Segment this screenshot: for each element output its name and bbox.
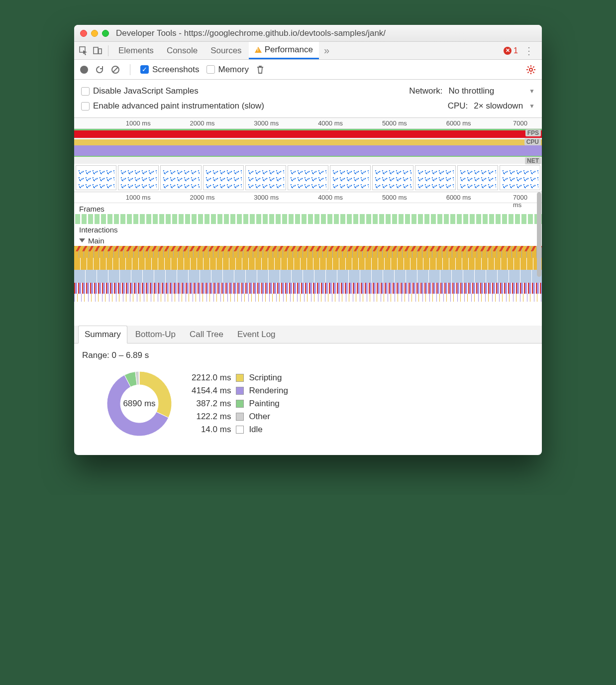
filmstrip-frame[interactable]	[500, 165, 540, 190]
track-label: Frames	[79, 205, 104, 213]
legend-value: 4154.4 ms	[192, 386, 231, 396]
record-button[interactable]	[80, 66, 88, 74]
error-icon: ✕	[504, 47, 512, 55]
tab-performance[interactable]: Performance	[249, 42, 319, 59]
error-count[interactable]: ✕ 1	[504, 46, 518, 55]
error-number: 1	[513, 46, 518, 55]
legend-label: Scripting	[249, 373, 288, 383]
legend-label: Idle	[249, 425, 288, 435]
legend-value: 14.0 ms	[192, 425, 231, 435]
ruler-tick: 6000 ms	[446, 119, 471, 127]
cpu-throttle-select[interactable]: 2× slowdown ▼	[474, 101, 535, 111]
filmstrip-frame[interactable]	[457, 165, 498, 190]
main-flamechart[interactable]	[74, 246, 542, 326]
network-label: Network:	[409, 86, 442, 96]
svg-line-4	[113, 67, 118, 72]
separator	[108, 45, 108, 56]
chevron-down-icon: ▼	[529, 88, 535, 95]
details-tab-event-log[interactable]: Event Log	[231, 326, 282, 343]
screenshots-checkbox[interactable]: Screenshots	[140, 65, 200, 75]
ruler-tick: 5000 ms	[382, 194, 407, 201]
checkbox-icon	[140, 65, 149, 74]
details-tab-call-tree[interactable]: Call Tree	[184, 326, 229, 343]
legend-value: 387.2 ms	[192, 399, 231, 409]
svg-line-10	[528, 66, 529, 67]
flamechart-pane[interactable]: 1000 ms2000 ms3000 ms4000 ms5000 ms6000 …	[74, 192, 542, 326]
trash-button[interactable]	[256, 65, 265, 75]
ruler-tick: 7000 ms	[513, 194, 532, 209]
scrollbar-thumb[interactable]	[537, 192, 541, 277]
more-tabs-icon[interactable]: »	[320, 45, 333, 56]
inspect-icon[interactable]	[77, 44, 90, 57]
details-tabstrip: SummaryBottom-UpCall TreeEvent Log	[74, 326, 542, 343]
svg-point-5	[529, 68, 532, 71]
fps-lane: FPS	[74, 129, 542, 138]
frames-track-header[interactable]: Frames	[74, 203, 542, 214]
ruler-tick: 1000 ms	[126, 194, 151, 201]
filmstrip-frame[interactable]	[160, 165, 201, 190]
svg-rect-1	[94, 47, 98, 54]
ruler-tick: 3000 ms	[254, 119, 279, 127]
memory-checkbox[interactable]: Memory	[206, 65, 249, 75]
title-bar: Developer Tools - https://googlechrome.g…	[74, 25, 542, 42]
clear-button[interactable]	[111, 65, 120, 74]
minimize-icon[interactable]	[91, 30, 98, 37]
devtools-window: Developer Tools - https://googlechrome.g…	[74, 25, 542, 455]
capture-options: Disable JavaScript Samples Network: No t…	[74, 80, 542, 118]
svg-line-12	[528, 72, 529, 73]
filmstrip-frame[interactable]	[415, 165, 456, 190]
window-title: Developer Tools - https://googlechrome.g…	[116, 28, 386, 38]
settings-menu-icon[interactable]: ⋮	[519, 45, 539, 57]
tab-elements[interactable]: Elements	[112, 42, 160, 59]
checkbox-icon	[206, 65, 215, 74]
zoom-icon[interactable]	[102, 30, 109, 37]
checkbox-icon	[81, 102, 90, 111]
filmstrip-frame[interactable]	[76, 165, 116, 190]
summary-donut-chart: 6890 ms	[102, 366, 177, 441]
warning-icon	[255, 47, 262, 53]
filmstrip-frame[interactable]	[203, 165, 244, 190]
tab-sources[interactable]: Sources	[205, 42, 247, 59]
disable-js-samples-checkbox[interactable]: Disable JavaScript Samples	[81, 86, 199, 96]
main-track-header[interactable]: Main	[74, 235, 542, 246]
summary-legend: 2212.0 msScripting4154.4 msRendering387.…	[192, 373, 288, 435]
details-tab-bottom-up[interactable]: Bottom-Up	[129, 326, 182, 343]
network-throttle-select[interactable]: No throttling ▼	[448, 86, 535, 96]
capture-settings-icon[interactable]	[526, 65, 536, 75]
paint-instrumentation-checkbox[interactable]: Enable advanced paint instrumentation (s…	[81, 101, 264, 111]
time-range: Range: 0 – 6.89 s	[82, 350, 534, 360]
reload-button[interactable]	[95, 65, 104, 74]
interactions-track-header[interactable]: Interactions	[74, 224, 542, 235]
performance-toolbar: Screenshots Memory	[74, 60, 542, 80]
tab-label: Console	[167, 46, 198, 56]
tab-console[interactable]: Console	[161, 42, 204, 59]
detail-ruler: 1000 ms2000 ms3000 ms4000 ms5000 ms6000 …	[74, 192, 542, 203]
legend-value: 122.2 ms	[192, 412, 231, 422]
checkbox-label: Enable advanced paint instrumentation (s…	[93, 101, 264, 111]
close-icon[interactable]	[80, 30, 87, 37]
checkbox-label: Disable JavaScript Samples	[93, 86, 199, 96]
details-tab-summary[interactable]: Summary	[78, 326, 127, 343]
device-toggle-icon[interactable]	[91, 44, 104, 57]
ruler-tick: 6000 ms	[446, 194, 471, 201]
filmstrip-frame[interactable]	[245, 165, 286, 190]
select-value: 2× slowdown	[474, 101, 523, 111]
separator	[130, 64, 130, 75]
checkbox-label: Memory	[218, 65, 249, 75]
legend-swatch	[236, 374, 244, 382]
filmstrip-frame[interactable]	[288, 165, 328, 190]
filmstrip-frame[interactable]	[118, 165, 159, 190]
tab-label: Elements	[118, 46, 154, 56]
overview-ruler: 1000 ms2000 ms3000 ms4000 ms5000 ms6000 …	[74, 118, 542, 129]
ruler-tick: 2000 ms	[190, 119, 215, 127]
ruler-tick: 4000 ms	[318, 194, 343, 201]
filmstrip-frame[interactable]	[330, 165, 371, 190]
filmstrip-frame[interactable]	[372, 165, 413, 190]
overview-pane[interactable]: 1000 ms2000 ms3000 ms4000 ms5000 ms6000 …	[74, 118, 542, 192]
select-value: No throttling	[448, 86, 494, 96]
donut-total: 6890 ms	[102, 366, 177, 441]
track-label: Main	[88, 236, 104, 245]
legend-label: Other	[249, 412, 288, 422]
ruler-tick: 1000 ms	[126, 119, 151, 127]
traffic-lights	[80, 30, 109, 37]
